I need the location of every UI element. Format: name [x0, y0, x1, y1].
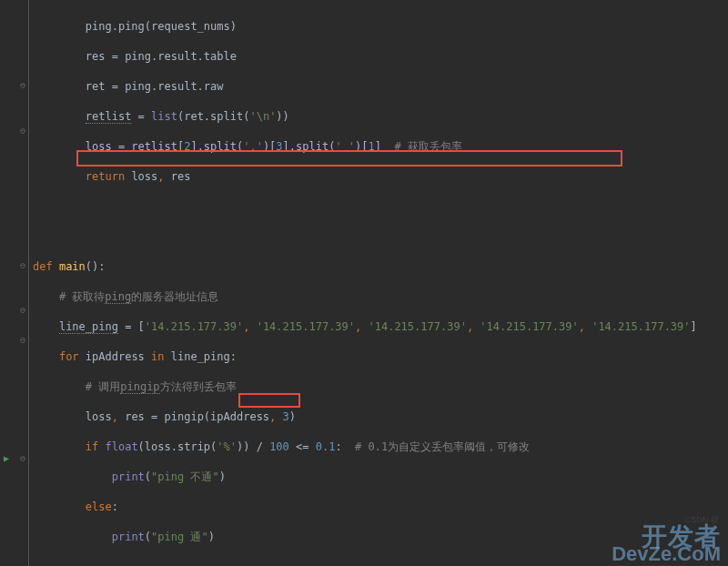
- fold-icon[interactable]: ⊖: [20, 305, 25, 315]
- fold-icon[interactable]: ⊖: [20, 453, 25, 463]
- code-editor: ⊖ ⊖ ⊖ ⊖ ⊖ ▶ ⊖ ping.ping(request_nums) re…: [0, 0, 728, 566]
- fold-icon[interactable]: ⊖: [20, 260, 25, 270]
- code-area[interactable]: ping.ping(request_nums) res = ping.resul…: [29, 0, 728, 566]
- fold-icon[interactable]: ⊖: [20, 80, 25, 90]
- fold-icon[interactable]: ⊖: [20, 335, 25, 345]
- gutter[interactable]: ⊖ ⊖ ⊖ ⊖ ⊖ ▶ ⊖: [0, 0, 29, 566]
- fold-icon[interactable]: ⊖: [20, 126, 25, 136]
- highlight-box: [238, 393, 300, 408]
- run-icon[interactable]: ▶: [4, 453, 9, 463]
- watermark-text: DevZe.CoM: [612, 544, 721, 564]
